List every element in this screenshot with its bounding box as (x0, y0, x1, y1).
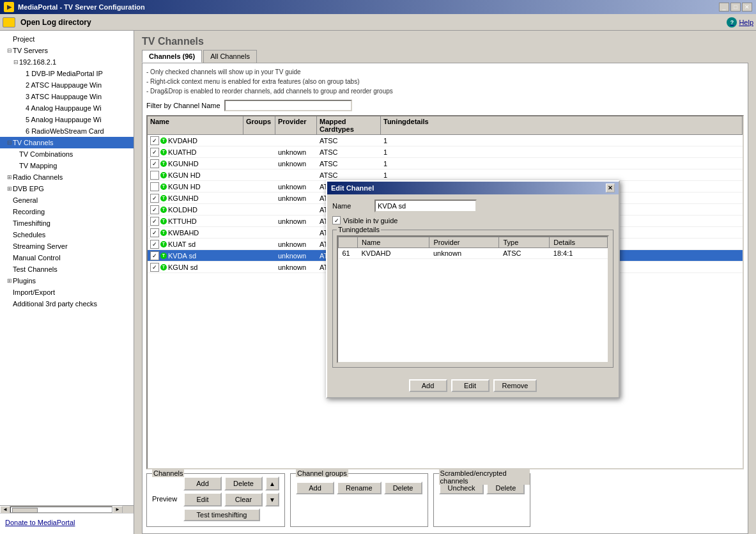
sidebar-item-radio-channels[interactable]: ⊞Radio Channels (0, 171, 134, 183)
sidebar-item-general[interactable]: General (0, 194, 134, 206)
expand-icon-radio-channels[interactable]: ⊞ (6, 174, 13, 180)
groups-add-button[interactable]: Add (296, 482, 334, 494)
channel-checkbox[interactable] (150, 240, 159, 249)
channel-groups-cell (243, 244, 275, 245)
sidebar-item-tv-servers[interactable]: ⊟TV Servers (0, 45, 134, 56)
h-scrollbar[interactable] (10, 507, 112, 513)
tab-all-channels[interactable]: All Channels (203, 50, 257, 63)
channel-name-text: KUAT sd (168, 240, 196, 248)
tuning-table-container[interactable]: Name Provider Type Details 61KVDAHDunkno… (337, 235, 609, 363)
close-button[interactable]: ✕ (742, 3, 752, 12)
sidebar-item-atsc3[interactable]: 3 ATSC Hauppauge Win (0, 91, 134, 102)
tuning-cell-id: 61 (339, 248, 358, 259)
channels-clear-button[interactable]: Clear (224, 492, 263, 507)
sidebar-item-dvb-epg[interactable]: ⊞DVB EPG (0, 183, 134, 194)
sidebar-item-tv-combinations[interactable]: TV Combinations (0, 148, 134, 160)
sidebar-scrollbar[interactable]: ◄ ► (0, 505, 134, 513)
groups-rename-button[interactable]: Rename (337, 482, 382, 494)
sidebar-item-ip[interactable]: ⊟192.168.2.1 (0, 56, 134, 68)
expand-icon-tv-channels[interactable]: ⊟ (6, 139, 13, 146)
channel-checkbox[interactable] (150, 159, 159, 168)
sidebar-item-recording[interactable]: Recording (0, 206, 134, 217)
dialog-title-bar: Edit Channel ✕ (327, 182, 619, 194)
table-row[interactable]: TKGUN HDATSC1 (148, 169, 743, 181)
channel-checkbox[interactable] (150, 136, 159, 145)
window-title: MediaPortal - TV Server Configuration (18, 3, 145, 11)
name-field-row: Name (332, 200, 613, 212)
channel-groups-cell (243, 175, 275, 176)
scroll-right-button[interactable]: ► (112, 506, 123, 514)
dialog-add-button[interactable]: Add (409, 379, 447, 392)
help-button[interactable]: ? Help (727, 17, 753, 27)
status-dot: T (160, 253, 167, 259)
sidebar-item-timeshifting[interactable]: Timeshifting (0, 217, 134, 229)
channel-checkbox[interactable] (150, 171, 159, 180)
h-scroll-thumb[interactable] (12, 508, 38, 513)
dialog-edit-button[interactable]: Edit (451, 379, 490, 392)
sidebar-item-tv-channels[interactable]: ⊟TV Channels (0, 137, 134, 148)
expand-icon-ip[interactable]: ⊟ (13, 59, 19, 65)
sidebar-item-manual[interactable]: Manual Control (0, 252, 134, 263)
channel-name-input[interactable] (374, 200, 477, 212)
sidebar-item-tv-mapping[interactable]: TV Mapping (0, 160, 134, 171)
sidebar-item-schedules[interactable]: Schedules (0, 229, 134, 240)
groups-delete-button[interactable]: Delete (384, 482, 422, 494)
dialog-close-button[interactable]: ✕ (606, 184, 615, 192)
channel-name-text: KOLDHD (168, 206, 197, 214)
donate-link[interactable]: Donate to MediaPortal (5, 519, 75, 526)
channel-checkbox[interactable] (150, 263, 159, 272)
sidebar-label-ip: 192.168.2.1 (19, 58, 56, 66)
channel-name-text: KGUN HD (168, 183, 201, 191)
channel-checkbox[interactable] (150, 182, 159, 191)
channel-provider-cell (275, 232, 317, 233)
table-row[interactable]: TKUATHDunknownATSC1 (148, 146, 743, 158)
sidebar-item-dvb-ip[interactable]: 1 DVB-IP MediaPortal IP (0, 68, 134, 79)
tab-channels[interactable]: Channels (96) (142, 50, 202, 63)
sidebar-item-test-channels[interactable]: Test Channels (0, 263, 134, 275)
visible-checkbox[interactable]: ✓ (332, 216, 341, 224)
move-down-button[interactable]: ▼ (265, 492, 279, 507)
channel-mapped-cell: ATSC (317, 159, 381, 168)
filter-input[interactable] (224, 100, 352, 111)
tuning-col-type: Type (499, 237, 550, 248)
sidebar-item-additional[interactable]: Additional 3rd party checks (0, 298, 134, 310)
sidebar-item-atsc2[interactable]: 2 ATSC Hauppauge Win (0, 79, 134, 91)
channel-name-cell: TKWBAHD (148, 228, 243, 238)
expand-icon-plugins[interactable]: ⊞ (6, 278, 13, 284)
move-up-button[interactable]: ▲ (265, 476, 279, 491)
sidebar-item-radio6[interactable]: 6 RadioWebStream Card (0, 125, 134, 137)
sidebar-item-analog5[interactable]: 5 Analog Hauppauge Wi (0, 114, 134, 125)
minimize-button[interactable]: _ (719, 3, 729, 12)
sidebar-item-plugins[interactable]: ⊞Plugins (0, 275, 134, 287)
open-log-label[interactable]: Open Log directory (20, 18, 91, 27)
menu-bar: Open Log directory ? Help (0, 14, 756, 31)
dialog-remove-button[interactable]: Remove (493, 379, 537, 392)
channels-delete-button[interactable]: Delete (224, 476, 263, 491)
test-timeshifting-button[interactable]: Test timeshifting (183, 508, 260, 521)
channel-checkbox[interactable] (150, 194, 159, 203)
tabs-row: Channels (96) All Channels (142, 50, 748, 63)
channel-checkbox[interactable] (150, 217, 159, 226)
channel-checkbox[interactable] (150, 205, 159, 214)
channels-edit-button[interactable]: Edit (183, 492, 222, 507)
expand-icon-dvb-epg[interactable]: ⊞ (6, 185, 13, 192)
sidebar-label-general: General (13, 196, 38, 204)
expand-icon-tv-servers[interactable]: ⊟ (6, 47, 13, 54)
info-line: - Drag&Drop is enabled to reorder channe… (146, 86, 744, 96)
table-row[interactable]: TKGUNHDunknownATSC1 (148, 158, 743, 169)
table-row[interactable]: TKVDAHDATSC1 (148, 135, 743, 146)
channels-add-button[interactable]: Add (183, 476, 222, 491)
scroll-left-button[interactable]: ◄ (0, 506, 10, 514)
tuning-row[interactable]: 61KVDAHDunknownATSC18:4:1 (339, 248, 608, 259)
channel-groups-cell (243, 221, 275, 222)
channel-checkbox[interactable] (150, 228, 159, 237)
channel-checkbox[interactable] (150, 148, 159, 157)
maximize-button[interactable]: □ (730, 3, 741, 12)
sidebar-item-analog4[interactable]: 4 Analog Hauppauge Wi (0, 102, 134, 114)
channel-checkbox[interactable] (150, 251, 159, 260)
sidebar-item-streaming[interactable]: Streaming Server (0, 240, 134, 252)
sidebar-item-project[interactable]: Project (0, 33, 134, 45)
channel-mapped-cell: ATSC (317, 136, 381, 145)
channel-name-cell: TKGUNHD (148, 193, 243, 203)
sidebar-item-import-export[interactable]: Import/Export (0, 287, 134, 298)
